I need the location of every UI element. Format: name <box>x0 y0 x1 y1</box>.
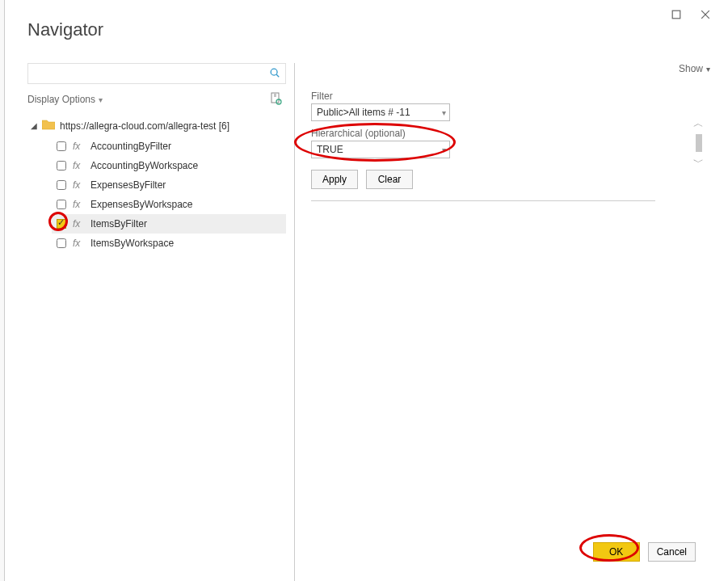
search-box[interactable] <box>27 63 286 84</box>
apply-button[interactable]: Apply <box>311 170 358 189</box>
refresh-icon[interactable] <box>270 92 283 107</box>
scroll-thumb[interactable] <box>696 134 702 152</box>
tree-item[interactable]: fxAccountingByFilter <box>52 137 286 156</box>
horizontal-separator <box>311 200 655 201</box>
tree-item-label: ItemsByFilter <box>90 218 147 229</box>
folder-icon <box>42 119 55 133</box>
tree-root-label: https://allegra-cloud.com/allegra-test [… <box>60 120 229 132</box>
hierarchical-dropdown[interactable]: TRUE ▾ <box>311 141 450 158</box>
search-input[interactable] <box>33 68 269 79</box>
dialog-title: Navigator <box>27 19 710 40</box>
fx-icon: fx <box>73 238 84 249</box>
tree-item[interactable]: fxItemsByFilter <box>52 214 286 234</box>
tree-item[interactable]: fxExpensesByFilter <box>52 175 286 195</box>
filter-value: Public>All items # -11 <box>317 107 410 118</box>
tree-item-checkbox[interactable] <box>57 161 66 171</box>
cancel-button[interactable]: Cancel <box>648 542 696 562</box>
svg-rect-0 <box>672 11 680 19</box>
search-icon[interactable] <box>269 67 280 81</box>
display-options-dropdown[interactable]: Display Options ▾ <box>27 94 103 105</box>
tree-item-label: AccountingByWorkspace <box>90 160 198 171</box>
hierarchical-value: TRUE <box>317 144 343 155</box>
fx-icon: fx <box>73 218 84 229</box>
scroll-up-icon[interactable]: ︿ <box>693 116 704 131</box>
tree-item-checkbox[interactable] <box>57 219 66 229</box>
filter-label: Filter <box>311 91 683 102</box>
collapse-icon[interactable]: ◢ <box>31 121 37 130</box>
chevron-down-icon: ▾ <box>442 145 446 154</box>
tree-item-label: ItemsByWorkspace <box>90 238 174 249</box>
tree-item-label: ExpensesByWorkspace <box>90 199 193 210</box>
fx-icon: fx <box>73 160 84 171</box>
maximize-icon[interactable] <box>671 10 681 19</box>
tree-item-checkbox[interactable] <box>57 180 66 190</box>
tree-item-label: AccountingByFilter <box>90 141 171 152</box>
tree-item[interactable]: fxAccountingByWorkspace <box>52 156 286 175</box>
fx-icon: fx <box>73 141 84 152</box>
filter-dropdown[interactable]: Public>All items # -11 ▾ <box>311 103 450 121</box>
tree-item[interactable]: fxItemsByWorkspace <box>52 234 286 253</box>
tree-item-checkbox[interactable] <box>57 238 66 248</box>
left-panel: Display Options ▾ ◢ https://allegra-clou… <box>27 63 286 581</box>
ok-button[interactable]: OK <box>593 542 640 562</box>
tree-item-checkbox[interactable] <box>57 200 66 209</box>
vertical-divider <box>294 63 295 581</box>
show-dropdown[interactable]: Show ▾ <box>679 63 710 74</box>
tree-root[interactable]: ◢ https://allegra-cloud.com/allegra-test… <box>27 116 286 135</box>
right-panel: Show ▾ Filter Public>All items # -11 ▾ H… <box>311 63 710 581</box>
tree-item-checkbox[interactable] <box>57 141 66 151</box>
chevron-down-icon: ▾ <box>99 95 103 104</box>
show-label: Show <box>679 63 703 74</box>
tree-item[interactable]: fxExpensesByWorkspace <box>52 195 286 214</box>
svg-point-3 <box>271 69 277 75</box>
navigator-dialog: Navigator Display Options ▾ <box>5 0 728 581</box>
fx-icon: fx <box>73 199 84 210</box>
scroll-down-icon[interactable]: ﹀ <box>693 155 704 170</box>
fx-icon: fx <box>73 179 84 191</box>
hierarchical-label: Hierarchical (optional) <box>311 128 683 139</box>
svg-line-4 <box>276 74 279 77</box>
tree-item-label: ExpensesByFilter <box>90 179 166 191</box>
chevron-down-icon: ▾ <box>706 65 710 74</box>
close-icon[interactable] <box>701 10 710 19</box>
display-options-label: Display Options <box>27 94 95 105</box>
chevron-down-icon: ▾ <box>442 108 446 117</box>
clear-button[interactable]: Clear <box>366 170 413 189</box>
